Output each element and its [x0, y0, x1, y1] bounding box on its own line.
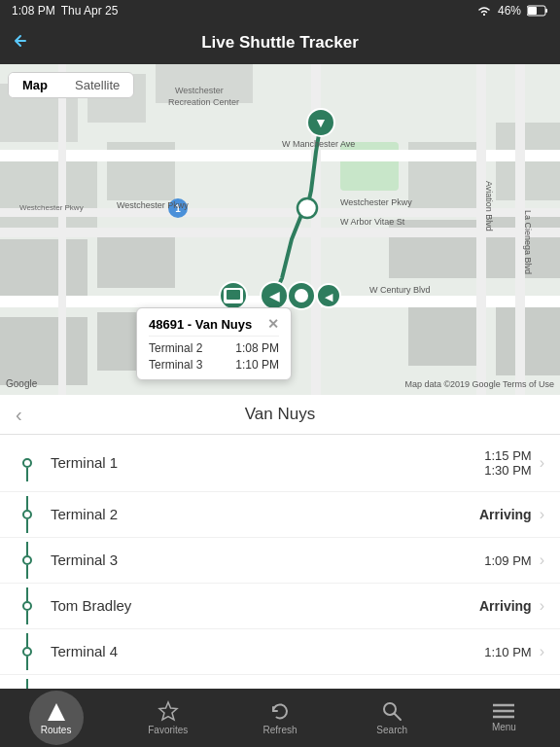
refresh-label: Refresh: [263, 725, 298, 735]
stop-time-primary: 1:09 PM: [484, 553, 531, 568]
popup-time-0: 1:08 PM: [235, 341, 279, 355]
stop-dot: [22, 510, 32, 519]
svg-text:Recreation Center: Recreation Center: [168, 97, 239, 107]
stop-time-area: 1:15 PM1:30 PM: [454, 448, 532, 478]
route-name: Van Nuys: [245, 405, 315, 424]
tab-refresh[interactable]: Refresh: [224, 689, 335, 747]
tab-menu[interactable]: Menu: [448, 689, 560, 747]
svg-text:▼: ▼: [314, 115, 328, 130]
stop-item[interactable]: Terminal 2Arriving›: [0, 492, 560, 538]
svg-rect-3: [545, 9, 547, 13]
popup-stop-1: Terminal 3: [149, 358, 202, 372]
svg-rect-2: [528, 7, 537, 15]
route-prev-button[interactable]: ‹: [16, 404, 22, 426]
stop-name-text: Terminal 1: [51, 454, 118, 471]
stop-time-area: 1:09 PM: [454, 553, 532, 568]
nav-title: Live Shuttle Tracker: [201, 33, 359, 53]
search-label: Search: [376, 725, 407, 735]
nav-bar: Live Shuttle Tracker: [0, 21, 560, 64]
stop-chevron-icon: ›: [540, 506, 544, 523]
stop-name-text: Terminal 3: [51, 551, 118, 568]
search-icon: [381, 700, 402, 722]
stop-list-section: ‹ Van Nuys Terminal 11:15 PM1:30 PM›Term…: [0, 395, 560, 689]
stop-info: Terminal 4: [39, 643, 454, 660]
stop-chevron-icon: ›: [540, 454, 544, 472]
svg-text:Westchester Pkwy: Westchester Pkwy: [117, 200, 189, 210]
stop-timeline: [16, 647, 39, 657]
stop-timeline: [16, 555, 39, 565]
tab-favorites[interactable]: Favorites: [112, 689, 224, 747]
map-popup: 48691 - Van Nuys ✕ Terminal 2 1:08 PM Te…: [136, 307, 292, 380]
popup-stop-0: Terminal 2: [149, 341, 202, 355]
svg-point-33: [298, 198, 317, 218]
stop-dot: [22, 601, 32, 611]
svg-rect-16: [408, 298, 486, 366]
status-day: Thu Apr 25: [61, 4, 119, 18]
popup-title: 48691 - Van Nuys ✕: [149, 316, 279, 337]
tab-search[interactable]: Search: [336, 689, 448, 747]
popup-row-1: Terminal 3 1:10 PM: [149, 358, 279, 372]
status-right: 46%: [476, 4, 548, 18]
popup-time-1: 1:10 PM: [235, 358, 279, 372]
svg-rect-20: [340, 142, 399, 191]
menu-icon: [493, 703, 514, 719]
favorites-label: Favorites: [148, 725, 188, 735]
map-view-button[interactable]: Map: [9, 73, 61, 97]
svg-text:◀: ◀: [325, 291, 333, 302]
stop-info: Tom Bradley: [39, 597, 454, 615]
stop-info: Terminal 2: [39, 506, 454, 523]
menu-label: Menu: [492, 722, 516, 732]
tab-routes[interactable]: Routes: [0, 689, 112, 747]
popup-row-0: Terminal 2 1:08 PM: [149, 341, 279, 355]
stop-arriving-label: Arriving: [479, 598, 532, 614]
svg-rect-38: [227, 290, 240, 300]
stop-time-area: 1:10 PM: [454, 645, 532, 659]
stop-chevron-icon: ›: [540, 551, 544, 569]
map-satellite-toggle[interactable]: Map Satellite: [8, 72, 134, 98]
map-credits: Map data ©2019 Google Terms of Use: [404, 379, 554, 389]
svg-text:W Manchester Ave: W Manchester Ave: [282, 139, 355, 149]
stop-time-area: Arriving: [454, 598, 532, 614]
svg-rect-28: [58, 64, 66, 395]
svg-text:La Cienega Blvd: La Cienega Blvd: [523, 210, 533, 274]
status-bar: 1:08 PM Thu Apr 25 46%: [0, 0, 560, 21]
stop-arriving-label: Arriving: [479, 507, 532, 522]
stop-time-area: Arriving: [454, 507, 532, 522]
svg-rect-11: [97, 230, 175, 288]
route-header: ‹ Van Nuys: [0, 395, 560, 435]
stop-dot: [22, 647, 32, 657]
svg-text:◀: ◀: [269, 288, 280, 303]
stop-name-text: Terminal 4: [51, 643, 118, 659]
svg-text:Westchester Pkwy: Westchester Pkwy: [340, 197, 412, 207]
tab-bar: Routes Favorites Refresh Search Menu: [0, 689, 560, 747]
stop-name-text: Tom Bradley: [51, 597, 131, 614]
svg-rect-23: [0, 228, 560, 237]
svg-text:W Arbor Vitae St: W Arbor Vitae St: [340, 217, 405, 227]
svg-rect-18: [0, 317, 88, 385]
stop-item[interactable]: Terminal 31:09 PM›: [0, 538, 560, 584]
satellite-view-button[interactable]: Satellite: [61, 73, 133, 97]
stop-chevron-icon: ›: [540, 597, 544, 615]
stop-list: Terminal 11:15 PM1:30 PM›Terminal 2Arriv…: [0, 435, 560, 689]
stop-time-secondary: 1:30 PM: [484, 463, 531, 478]
stop-item[interactable]: Terminal 11:15 PM1:30 PM›: [0, 435, 560, 492]
popup-close-button[interactable]: ✕: [267, 316, 279, 332]
svg-marker-54: [48, 703, 65, 721]
stop-timeline: [16, 510, 39, 519]
svg-line-57: [395, 714, 402, 721]
back-arrow-icon[interactable]: [12, 30, 29, 55]
routes-label: Routes: [41, 725, 72, 735]
map-container[interactable]: 1 ▼ ◀ ◀ W Manchester Ave Westchester Pkw…: [0, 64, 560, 395]
svg-rect-24: [0, 208, 560, 217]
svg-rect-8: [0, 152, 97, 230]
svg-text:Aviation Blvd: Aviation Blvd: [484, 181, 494, 231]
favorites-icon: [158, 700, 179, 722]
refresh-icon: [269, 700, 291, 722]
stop-item[interactable]: Tom BradleyArriving›: [0, 584, 560, 629]
svg-text:W Century Blvd: W Century Blvd: [369, 285, 431, 295]
stop-item[interactable]: Terminal 41:10 PM›: [0, 629, 560, 675]
stop-item[interactable]: Terminal 51:11 PM›: [0, 675, 560, 689]
stop-timeline: [16, 601, 39, 611]
svg-marker-55: [159, 702, 177, 720]
google-watermark: Google: [6, 378, 37, 389]
